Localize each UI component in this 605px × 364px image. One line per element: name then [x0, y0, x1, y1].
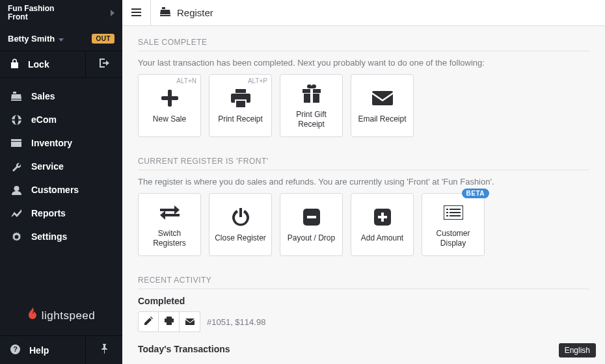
minus-icon	[303, 206, 320, 228]
lock-button[interactable]: Lock	[0, 51, 86, 77]
register-icon	[160, 7, 170, 18]
card-label: Add Amount	[361, 233, 403, 242]
nav: Sales eCom Inventory Service Customers R…	[0, 78, 122, 248]
nav-sales[interactable]: Sales	[0, 84, 122, 108]
chevron-down-icon	[59, 34, 64, 44]
svg-point-5	[14, 186, 19, 191]
power-icon	[232, 206, 250, 228]
completed-heading: Completed	[138, 296, 589, 306]
hamburger-icon	[131, 7, 141, 19]
nav-customers[interactable]: Customers	[0, 178, 122, 202]
flame-icon	[27, 307, 38, 324]
shop-name: Fun Fashion Front	[8, 5, 54, 21]
completed-transaction: #1051, $114.98	[207, 317, 265, 327]
gift-icon	[302, 83, 321, 105]
today-heading: Today's Transactions	[138, 344, 589, 354]
email-receipt-button[interactable]: Email Receipt	[351, 74, 414, 137]
plus-square-icon	[374, 206, 391, 228]
lock-label: Lock	[28, 59, 49, 70]
nav-label: Service	[31, 161, 64, 172]
nav-label: eCom	[31, 114, 57, 125]
brand-logo[interactable]: lightspeed	[0, 296, 122, 335]
pin-button[interactable]	[86, 336, 122, 364]
svg-rect-28	[446, 215, 448, 216]
print-button[interactable]	[159, 311, 180, 332]
payout-drop-button[interactable]: Payout / Drop	[280, 193, 343, 256]
register-icon	[10, 92, 22, 101]
customer-display-button[interactable]: BETA Customer Display	[422, 193, 485, 256]
help-label: Help	[29, 345, 49, 356]
nav-label: Reports	[31, 208, 66, 218]
switch-registers-button[interactable]: Switch Registers	[138, 193, 201, 256]
shop-switcher[interactable]: Fun Fashion Front	[0, 0, 122, 26]
close-register-button[interactable]: Close Register	[209, 193, 272, 256]
print-gift-receipt-button[interactable]: Print Gift Receipt	[280, 74, 343, 137]
card-label: Close Register	[215, 233, 266, 242]
svg-rect-30	[167, 317, 172, 318]
printer-icon	[165, 316, 174, 328]
nav-settings[interactable]: Settings	[0, 225, 122, 248]
list-icon	[444, 202, 463, 224]
sign-out-button[interactable]	[86, 51, 122, 77]
svg-rect-12	[161, 96, 178, 100]
envelope-icon	[372, 87, 393, 109]
svg-rect-27	[450, 212, 461, 213]
shortcut-label: ALT+P	[248, 77, 267, 84]
email-button[interactable]	[180, 311, 200, 332]
user-menu[interactable]: Betty Smith OUT	[0, 26, 122, 51]
nav-service[interactable]: Service	[0, 155, 122, 178]
section-title-recent: RECENT ACTIVITY	[138, 276, 589, 289]
help-button[interactable]: ? Help	[0, 336, 86, 364]
svg-rect-3	[11, 139, 21, 141]
user-name-label: Betty Smith	[8, 34, 55, 44]
language-label: English	[565, 346, 590, 355]
new-sale-button[interactable]: ALT+N New Sale	[138, 74, 201, 137]
shortcut-label: ALT+N	[176, 77, 196, 84]
nav-inventory[interactable]: Inventory	[0, 131, 122, 155]
svg-rect-19	[307, 216, 316, 218]
nav-label: Sales	[31, 91, 55, 101]
card-label: Print Receipt	[218, 114, 263, 124]
card-label: Customer Display	[426, 229, 480, 248]
status-badge: OUT	[92, 34, 114, 44]
svg-rect-25	[450, 209, 461, 210]
svg-rect-4	[11, 142, 21, 147]
svg-rect-17	[310, 89, 313, 103]
svg-rect-14	[236, 101, 245, 107]
beta-badge: BETA	[462, 188, 489, 198]
nav-ecom[interactable]: eCom	[0, 108, 122, 131]
pencil-icon	[144, 316, 153, 328]
globe-icon	[10, 115, 22, 125]
svg-text:?: ?	[13, 345, 18, 353]
nav-label: Settings	[31, 231, 67, 242]
svg-rect-8	[131, 8, 141, 10]
add-amount-button[interactable]: Add Amount	[351, 193, 414, 256]
svg-rect-32	[167, 322, 172, 325]
section-title-sale-complete: SALE COMPLETE	[138, 38, 589, 51]
hamburger-button[interactable]	[122, 0, 151, 25]
svg-rect-10	[131, 15, 141, 16]
language-switcher[interactable]: English	[559, 343, 596, 358]
card-label: Print Gift Receipt	[284, 110, 338, 129]
svg-rect-13	[235, 89, 246, 93]
print-receipt-button[interactable]: ALT+P Print Receipt	[209, 74, 272, 137]
printer-icon	[231, 87, 250, 109]
svg-rect-2	[12, 119, 21, 120]
sign-out-icon	[100, 58, 109, 70]
sale-complete-desc: Your last transaction has been completed…	[138, 58, 589, 68]
page-title: Register	[177, 7, 213, 18]
chevron-right-icon	[111, 7, 114, 19]
svg-rect-22	[378, 216, 387, 218]
register-desc: The register is where you do sales and r…	[138, 177, 589, 187]
card-label: New Sale	[153, 114, 186, 124]
swap-icon	[160, 202, 180, 224]
card-label: Switch Registers	[142, 229, 196, 248]
chart-icon	[10, 209, 22, 217]
brand-label: lightspeed	[42, 309, 96, 322]
lock-icon	[10, 58, 19, 71]
card-label: Email Receipt	[358, 114, 406, 124]
nav-reports[interactable]: Reports	[0, 202, 122, 225]
edit-button[interactable]	[138, 311, 159, 332]
envelope-icon	[185, 316, 195, 328]
top-bar: Register	[122, 0, 605, 26]
